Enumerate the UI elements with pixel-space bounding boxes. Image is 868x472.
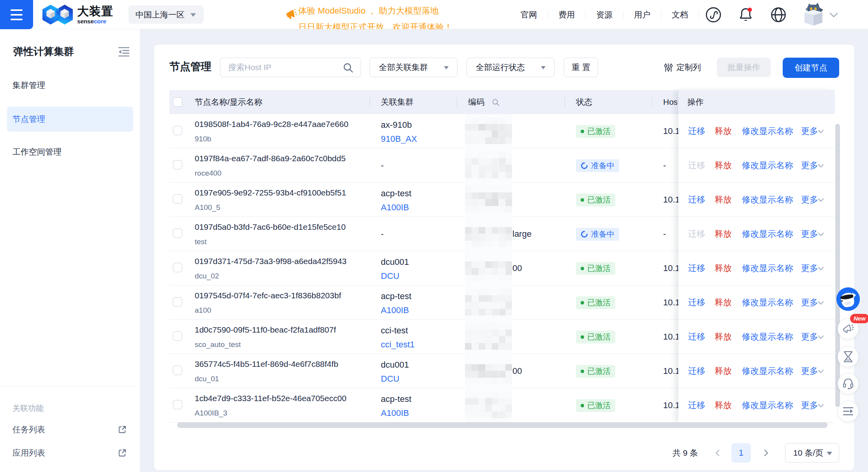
sidebar-item-node-management[interactable]: 节点管理 [7,107,133,132]
support-button[interactable] [838,373,859,394]
region-selector[interactable]: 中国上海一区 [129,5,204,24]
horizontal-scrollbar[interactable] [177,422,828,428]
search-input[interactable] [228,58,345,76]
collapse-panel-button[interactable] [838,401,859,422]
release-link[interactable]: 释放 [715,251,732,285]
search-icon[interactable] [343,62,354,73]
more-chevron-icon[interactable] [817,129,824,134]
row-checkbox[interactable] [173,263,182,272]
migrate-link[interactable]: 迁移 [688,388,705,423]
more-link[interactable]: 更多 [801,148,818,183]
migrate-link[interactable]: 迁移 [688,285,705,320]
rename-link[interactable]: 修改显示名称 [742,217,793,251]
more-chevron-icon[interactable] [817,403,824,408]
main-menu-button[interactable] [0,0,33,29]
cluster-link[interactable]: A100IB [381,408,409,418]
row-checkbox[interactable] [173,297,182,306]
migrate-link[interactable]: 迁移 [688,320,705,354]
next-page-icon[interactable] [759,446,773,460]
more-chevron-icon[interactable] [817,164,824,168]
more-link[interactable]: 更多 [801,114,818,148]
release-link[interactable]: 释放 [715,354,732,388]
customize-columns-button[interactable]: 定制列 [664,58,701,77]
current-page[interactable]: 1 [731,443,751,463]
notification-bell-icon[interactable] [737,0,755,29]
rename-link[interactable]: 修改显示名称 [742,148,793,183]
nav-item-0[interactable]: 官网 [510,9,548,20]
status-filter-select[interactable]: 全部运行状态 [467,58,555,77]
rename-link[interactable]: 修改显示名称 [742,114,793,148]
more-link[interactable]: 更多 [801,251,818,285]
release-link[interactable]: 释放 [715,183,732,217]
announcement-banner[interactable]: 体验 ModelStudio ， 助力大模型落地 日日新大模型正式开放，欢迎开通… [285,0,468,29]
more-link[interactable]: 更多 [801,320,818,354]
row-checkbox[interactable] [173,400,182,409]
rename-link[interactable]: 修改显示名称 [742,388,793,423]
cluster-link[interactable]: DCU [381,271,400,281]
more-link[interactable]: 更多 [801,285,818,320]
migrate-link[interactable]: 迁移 [688,148,705,183]
more-chevron-icon[interactable] [817,369,824,374]
rename-link[interactable]: 修改显示名称 [742,251,793,285]
release-link[interactable]: 释放 [715,114,732,148]
create-node-button[interactable]: 创建节点 [783,58,839,78]
release-link[interactable]: 释放 [715,285,732,320]
more-chevron-icon[interactable] [817,198,824,203]
page-size-select[interactable]: 10 条/页 [785,443,839,463]
language-globe-icon[interactable] [770,0,787,29]
vertical-scrollbar[interactable] [835,124,840,407]
more-chevron-icon[interactable] [817,335,824,340]
nav-item-1[interactable]: 费用 [548,9,585,20]
row-checkbox[interactable] [173,229,182,238]
row-checkbox[interactable] [173,194,182,204]
release-link[interactable]: 释放 [715,320,732,354]
cluster-link[interactable]: cci_test1 [381,340,415,350]
more-link[interactable]: 更多 [801,354,818,388]
migrate-link[interactable]: 迁移 [688,354,705,388]
code-search-icon[interactable] [492,99,500,106]
row-checkbox[interactable] [173,126,182,135]
release-link[interactable]: 释放 [715,217,732,251]
sidebar-collapse-icon[interactable] [118,47,130,58]
sidebar-item-app-list[interactable]: 应用列表 [12,445,128,461]
pending-tasks-button[interactable] [838,346,859,367]
cluster-filter-select[interactable]: 全部关联集群 [370,58,458,77]
migrate-link[interactable]: 迁移 [688,183,705,217]
select-all-checkbox[interactable] [173,97,182,107]
reset-button[interactable]: 重 置 [564,58,598,77]
bulk-actions-button[interactable]: 批量操作 [717,58,771,77]
cluster-link[interactable]: A100IB [381,203,409,213]
rename-link[interactable]: 修改显示名称 [742,183,793,217]
more-chevron-icon[interactable] [817,232,824,237]
rename-link[interactable]: 修改显示名称 [742,354,793,388]
more-link[interactable]: 更多 [801,183,818,217]
more-link[interactable]: 更多 [801,217,818,251]
more-chevron-icon[interactable] [817,266,824,271]
nav-item-3[interactable]: 用户 [623,9,661,20]
sensecore-console-icon[interactable] [705,0,722,29]
rename-link[interactable]: 修改显示名称 [742,285,793,320]
nav-item-4[interactable]: 文档 [661,9,699,20]
nav-item-2[interactable]: 资源 [586,9,623,20]
rename-link[interactable]: 修改显示名称 [742,320,793,354]
release-link[interactable]: 释放 [715,148,732,183]
row-checkbox[interactable] [173,331,182,341]
more-link[interactable]: 更多 [801,388,818,423]
assistant-robot-button[interactable] [836,287,860,311]
cluster-link[interactable]: DCU [381,374,400,384]
row-checkbox[interactable] [173,366,182,375]
more-chevron-icon[interactable] [817,301,824,305]
sidebar-item-workspace-management[interactable]: 工作空间管理 [7,139,133,164]
user-avatar[interactable] [801,3,826,27]
sidebar-item-cluster-management[interactable]: 集群管理 [7,73,133,98]
cluster-link[interactable]: 910B_AX [381,134,417,144]
cluster-link[interactable]: A100IB [381,305,409,315]
migrate-link[interactable]: 迁移 [688,251,705,285]
sidebar-item-task-list[interactable]: 任务列表 [12,422,128,437]
row-checkbox[interactable] [173,160,182,169]
prev-page-icon[interactable] [711,446,724,460]
avatar-chevron-down-icon[interactable] [829,12,839,20]
release-link[interactable]: 释放 [715,388,732,423]
migrate-link[interactable]: 迁移 [688,217,705,251]
migrate-link[interactable]: 迁移 [688,114,705,148]
